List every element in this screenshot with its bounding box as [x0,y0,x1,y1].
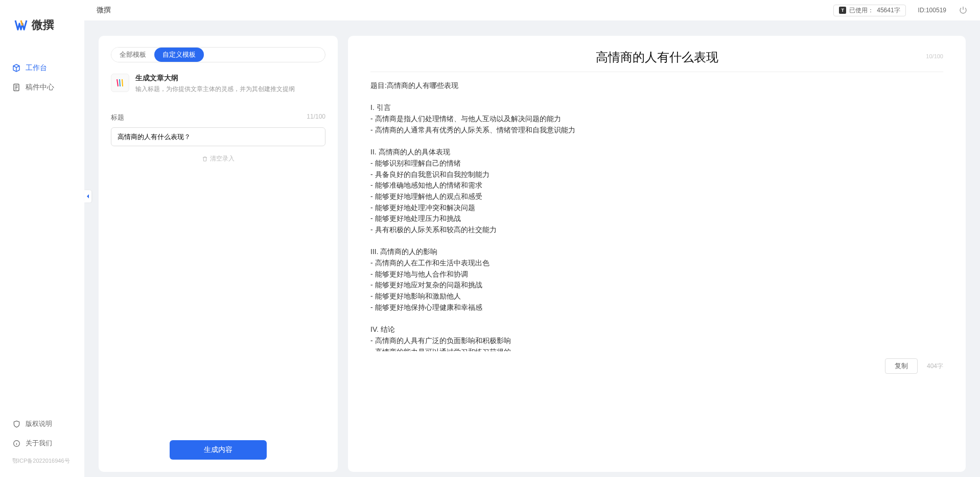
power-icon[interactable] [959,6,968,15]
template-title: 生成文章大纲 [135,74,295,83]
page-title: 微撰 [97,6,111,15]
user-id: ID:100519 [918,7,946,14]
tab-custom-templates[interactable]: 自定义模板 [154,48,204,62]
info-icon [12,439,20,447]
title-label: 标题 [111,113,124,122]
logo: 微撰 [0,10,84,43]
doc-icon [12,83,20,92]
template-tabs: 全部模板 自定义模板 [111,47,325,62]
usage-label: 已使用： [849,6,874,15]
template-card: 生成文章大纲 输入标题，为你提供文章主体的灵感，并为其创建推文提纲 [111,74,325,94]
nav-label: 关于我们 [26,439,52,448]
output-word-count: 404字 [927,362,943,371]
logo-text: 微撰 [32,17,54,33]
content: 全部模板 自定义模板 生成文章大纲 输入标题，为你提供文章主体的灵感，并为其创建… [84,20,980,477]
nav-label: 工作台 [26,63,47,73]
sidebar-bottom: 版权说明 关于我们 鄂ICP备2022016946号 [0,414,84,477]
main-nav: 工作台 稿件中心 [0,43,84,414]
nav-item-about[interactable]: 关于我们 [0,434,84,453]
cube-icon [12,64,20,72]
nav-item-copyright[interactable]: 版权说明 [0,414,84,434]
shield-icon [12,420,20,428]
main: 微撰 T 已使用： 45641字 ID:100519 全部模板 自定义模板 [84,0,980,477]
usage-value: 45641字 [877,6,900,15]
sidebar: 微撰 工作台 稿件中心 版权说明 [0,0,84,477]
title-input[interactable] [111,127,325,146]
title-field-section: 标题 11/100 清空录入 [111,113,325,163]
output-panel: 高情商的人有什么表现 10/100 题目:高情商的人有哪些表现 I. 引言 - … [348,36,966,472]
topbar-right: T 已使用： 45641字 ID:100519 [833,5,968,16]
nav-item-workspace[interactable]: 工作台 [0,58,84,78]
template-icon [111,74,129,92]
output-footer: 复制 404字 [370,358,943,374]
output-title-count: 10/100 [926,53,943,59]
collapse-sidebar-button[interactable] [84,190,91,202]
chevron-left-icon [86,194,90,199]
usage-icon: T [839,7,846,14]
tab-all-templates[interactable]: 全部模板 [111,48,154,62]
clear-label: 清空录入 [210,154,235,163]
nav-label: 版权说明 [26,419,52,428]
divider [370,72,943,72]
nav-item-drafts[interactable]: 稿件中心 [0,78,84,97]
nav-label: 稿件中心 [26,83,54,92]
input-panel: 全部模板 自定义模板 生成文章大纲 输入标题，为你提供文章主体的灵感，并为其创建… [99,36,338,472]
output-body: 题目:高情商的人有哪些表现 I. 引言 - 高情商是指人们处理情绪、与他人互动以… [370,80,943,351]
topbar: 微撰 T 已使用： 45641字 ID:100519 [84,0,980,20]
copy-button[interactable]: 复制 [885,358,918,374]
usage-pill: T 已使用： 45641字 [833,5,905,16]
template-desc: 输入标题，为你提供文章主体的灵感，并为其创建推文提纲 [135,85,295,94]
title-char-count: 11/100 [307,113,325,122]
generate-button[interactable]: 生成内容 [170,440,267,460]
logo-icon [14,18,28,32]
output-title: 高情商的人有什么表现 [370,49,943,65]
icp-text: 鄂ICP备2022016946号 [0,453,84,472]
clear-input-button[interactable]: 清空录入 [111,154,325,163]
trash-icon [202,156,208,162]
